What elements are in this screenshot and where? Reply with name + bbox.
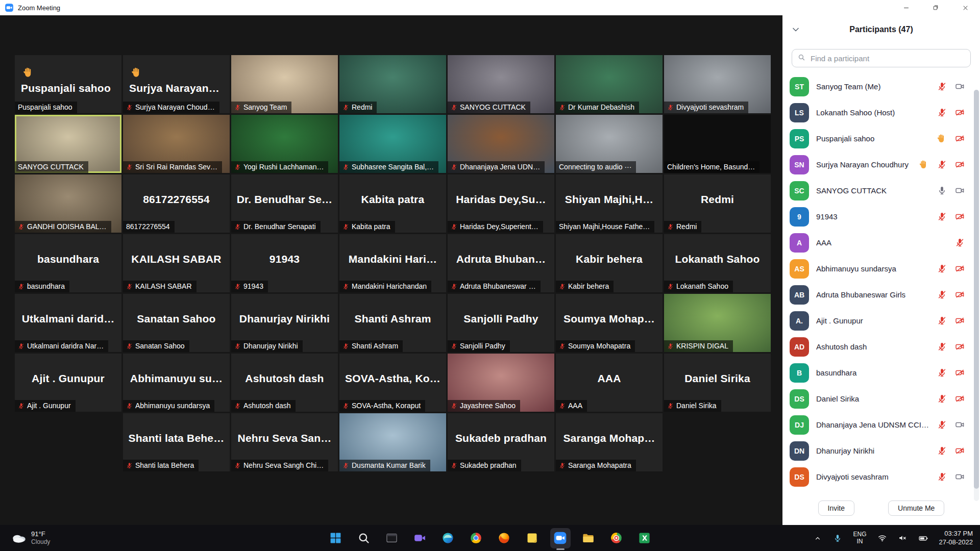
participant-tile[interactable]: Kabita patra Kabita patra [339, 174, 446, 233]
clock-widget[interactable]: 03:37 PM 27-08-2022 [937, 528, 975, 549]
participant-tile[interactable]: Adruta Bhuban… Adruta Bhubaneswar … [448, 234, 554, 292]
participant-row[interactable]: ST Sanyog Team (Me) [782, 73, 980, 99]
participant-tile[interactable]: Kabir behera Kabir behera [556, 234, 663, 292]
participant-tile[interactable]: Dr Kumar Debashish [556, 55, 663, 113]
minimize-button[interactable] [891, 0, 921, 15]
participant-tile[interactable]: Daniel Sirika Daniel Sirika [664, 354, 771, 412]
chevron-up-icon[interactable] [811, 532, 824, 545]
participant-tile[interactable]: Sanatan Sahoo Sanatan Sahoo [123, 294, 230, 352]
wifi-icon[interactable] [875, 531, 889, 545]
participant-tile[interactable]: Dr. Benudhar Se… Dr. Benudhar Senapati [231, 174, 338, 233]
participant-tile[interactable]: Saranga Mohap… Saranga Mohapatra [556, 413, 663, 471]
participant-tile[interactable]: SOVA-Astha, Ko… SOVA-Astha, Koraput [339, 354, 446, 412]
participant-tile[interactable]: Shanti lata Behe… Shanti lata Behera [123, 413, 230, 471]
participant-tile[interactable]: AAA AAA [556, 354, 663, 412]
zoom-app-icon[interactable] [550, 528, 571, 548]
participant-tile[interactable]: Sanyog Team [231, 55, 338, 113]
participant-tile[interactable]: Surjya Narayan… Surjya Narayan Choud… [123, 55, 230, 113]
browser-icon[interactable] [606, 528, 627, 548]
participant-search-box[interactable] [792, 49, 971, 67]
chevron-down-icon[interactable] [791, 24, 801, 35]
participant-row[interactable]: PS Puspanjali sahoo [782, 126, 980, 152]
participant-status-icons [936, 133, 965, 144]
participant-tile[interactable]: Dusmanta Kumar Barik [339, 413, 446, 471]
participant-tile[interactable]: Utkalmani darid… Utkalmani daridra Nar… [15, 294, 121, 352]
mic-off-icon [234, 343, 241, 349]
mic-off-icon [667, 104, 674, 111]
explorer-icon[interactable] [578, 528, 599, 548]
participant-tile[interactable]: Haridas Dey,Su… Haridas Dey,Superient… [448, 174, 554, 233]
participant-tile[interactable]: Redmi [339, 55, 446, 113]
participant-row[interactable]: LS Lokanath Sahoo (Host) [782, 99, 980, 126]
participant-tile[interactable]: Nehru Seva San… Nehru Seva Sangh Chi… [231, 413, 338, 471]
participant-tile[interactable]: Puspanjali sahoo Puspanjali sahoo [15, 55, 121, 113]
excel-icon[interactable] [634, 528, 655, 548]
window-app-icon[interactable] [382, 528, 402, 548]
search-app-icon[interactable] [354, 528, 374, 548]
participant-tile[interactable]: Ashutosh dash Ashutosh dash [231, 354, 338, 412]
participant-tile[interactable]: Mandakini Hari… Mandakini Harichandan [339, 234, 446, 292]
participant-row[interactable]: A AAA [782, 230, 980, 256]
participant-tile[interactable]: Sukadeb pradhan Sukadeb pradhan [448, 413, 554, 471]
maximize-button[interactable] [921, 0, 950, 15]
participant-tile[interactable]: 91943 91943 [231, 234, 338, 292]
participant-tile[interactable]: Shanti Ashram Shanti Ashram [339, 294, 446, 352]
cam-off-icon [955, 212, 965, 221]
participant-tile[interactable]: basundhara basundhara [15, 234, 121, 292]
participant-row[interactable]: AB Adruta Bhubaneswar Girls [782, 282, 980, 308]
participant-tile[interactable]: SANYOG CUTTACK [15, 115, 121, 173]
tray-time: 03:37 PM [944, 530, 973, 538]
participant-tile[interactable]: Yogi Rushi Lachhaman… [231, 115, 338, 173]
participant-tile[interactable]: GANDHI ODISHA BAL… [15, 174, 121, 233]
muted-mic-icon [451, 403, 457, 409]
camera-app-icon[interactable] [410, 528, 430, 548]
participant-tile[interactable]: KAILASH SABAR KAILASH SABAR [123, 234, 230, 292]
panel-scrollbar[interactable] [974, 90, 979, 501]
participant-row[interactable]: DN Dhanurjay Nirikhi [782, 438, 980, 464]
participant-row[interactable]: SC SANYOG CUTTACK [782, 178, 980, 204]
participant-tile[interactable]: Abhimanuyu su… Abhimanuyu sundarsya [123, 354, 230, 412]
tile-name-label: KRISPIN DIGAL [664, 340, 733, 352]
close-button[interactable] [950, 0, 980, 15]
participant-tile[interactable]: Dhanurjay Nirikhi Dhanurjay Nirikhi [231, 294, 338, 352]
participant-row[interactable]: SN Surjya Narayan Choudhury [782, 152, 980, 178]
panel-scrollbar-thumb[interactable] [974, 90, 979, 489]
participant-tile[interactable]: Ajit . Gunupur Ajit . Gunupur [15, 354, 121, 412]
participant-tile[interactable]: SANYOG CUTTACK [448, 55, 554, 113]
participant-row[interactable]: DJ Dhananjaya Jena UDNSM CCI BH… [782, 412, 980, 438]
participant-tile[interactable]: Sanjolli Padhy Sanjolli Padhy [448, 294, 554, 352]
firefox-icon[interactable] [494, 528, 514, 548]
participant-row[interactable]: DS Daniel Sirika [782, 386, 980, 412]
participant-tile[interactable]: Soumya Mohap… Soumya Mohapatra [556, 294, 663, 352]
unmute-me-button[interactable]: Unmute Me [888, 500, 944, 516]
edge-icon[interactable] [438, 528, 458, 548]
start-icon[interactable] [326, 528, 346, 548]
participant-row[interactable]: 9 91943 [782, 204, 980, 230]
participant-tile[interactable]: Divyajyoti sevashram [664, 55, 771, 113]
search-input[interactable] [810, 54, 965, 63]
participant-tile[interactable]: KRISPIN DIGAL [664, 294, 771, 352]
participant-row[interactable]: AS Abhimanuyu sundarsya [782, 256, 980, 282]
battery-icon[interactable] [916, 531, 930, 545]
participant-tile[interactable]: Connecting to audio ··· [556, 115, 663, 173]
volume-muted-icon[interactable] [896, 531, 910, 545]
tray-microphone-icon[interactable] [831, 532, 844, 545]
participant-row[interactable]: AD Ashutosh dash [782, 334, 980, 360]
participant-tile[interactable]: Redmi Redmi [664, 174, 771, 233]
participant-tile[interactable]: Shiyan Majhi,H… Shiyan Majhi,House Fathe… [556, 174, 663, 233]
participant-tile[interactable]: Sri Sri Rai Ramdas Sev… [123, 115, 230, 173]
participant-tile[interactable]: Dhananjaya Jena UDN… [448, 115, 554, 173]
participant-tile[interactable]: Jayashree Sahoo [448, 354, 554, 412]
participant-tile[interactable]: Children's Home, Basund… [664, 115, 771, 173]
participant-row[interactable]: A. Ajit . Gunupur [782, 308, 980, 334]
participant-row[interactable]: DS Divyajyoti sevashram [782, 464, 980, 490]
language-switcher[interactable]: ENG IN [851, 529, 868, 547]
participant-tile[interactable]: Subhasree Sangita Bal,… [339, 115, 446, 173]
weather-widget[interactable]: 91°F Cloudy [6, 525, 54, 551]
participant-tile[interactable]: Lokanath Sahoo Lokanath Sahoo [664, 234, 771, 292]
notes-icon[interactable] [522, 528, 543, 548]
chrome-icon[interactable] [466, 528, 486, 548]
participant-tile[interactable]: 86172276554 86172276554 [123, 174, 230, 233]
participant-row[interactable]: B basundhara [782, 360, 980, 386]
invite-button[interactable]: Invite [818, 500, 854, 516]
